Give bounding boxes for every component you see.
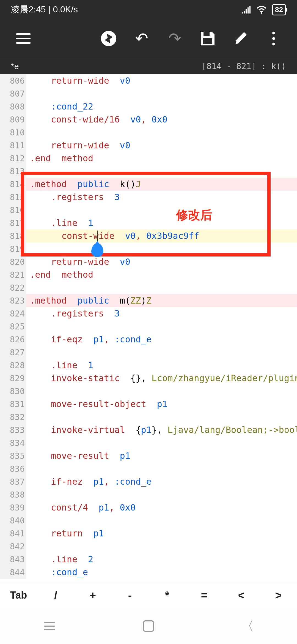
code-line[interactable]: const/4 p1, 0x0 <box>26 501 297 514</box>
code-line[interactable] <box>26 436 297 449</box>
line-number: 822 <box>0 281 25 294</box>
line-number: 826 <box>0 333 25 346</box>
undo-icon: ↶ <box>135 31 148 46</box>
code-line[interactable]: return-wide v0 <box>26 139 297 152</box>
code-line[interactable]: return-wide v0 <box>26 74 297 87</box>
back-icon: 〈 <box>241 617 254 635</box>
toolbar: ↶ ↷ <box>0 19 297 58</box>
line-number: 844 <box>0 566 25 579</box>
code-line[interactable] <box>26 514 297 527</box>
line-number: 828 <box>0 359 25 372</box>
nav-back-button[interactable]: 〈 <box>239 618 256 634</box>
code-line[interactable] <box>26 281 297 294</box>
code-line[interactable]: if-nez p1, :cond_e <box>26 475 297 488</box>
code-line[interactable]: .line 1 <box>26 359 297 372</box>
code-editor[interactable]: 8068078088098108118128138148158168178188… <box>0 74 297 589</box>
line-number: 812 <box>0 152 25 165</box>
status-bar: 凌晨2:45 | 0.0K/s 82 <box>0 0 297 19</box>
line-number: 838 <box>0 488 25 501</box>
code-line[interactable]: move-result p1 <box>26 449 297 462</box>
code-line[interactable] <box>26 488 297 501</box>
line-number: 811 <box>0 139 25 152</box>
line-number: 837 <box>0 475 25 488</box>
code-line[interactable]: .end method <box>26 268 297 281</box>
code-line[interactable]: .line 1 <box>26 217 297 230</box>
recent-icon <box>44 622 55 630</box>
line-number: 813 <box>0 165 25 178</box>
redo-button[interactable]: ↷ <box>160 23 190 54</box>
code-line[interactable] <box>26 462 297 475</box>
code-line[interactable] <box>26 411 297 424</box>
key-minus[interactable]: - <box>111 589 148 602</box>
battery-icon: 82 <box>272 4 286 15</box>
code-line[interactable] <box>26 165 297 178</box>
code-area[interactable]: return-wide v0 :cond_22 const-wide/16 v0… <box>26 74 297 579</box>
code-line[interactable]: :cond_e <box>26 566 297 579</box>
code-line[interactable] <box>26 346 297 359</box>
code-line[interactable]: invoke-static {}, Lcom/zhangyue/iReader/… <box>26 372 297 385</box>
key-plus[interactable]: + <box>74 589 111 602</box>
key-equals[interactable]: = <box>186 589 223 602</box>
more-icon <box>272 32 275 45</box>
key-slash[interactable]: / <box>37 589 74 602</box>
battery-level: 82 <box>272 4 286 15</box>
code-line[interactable]: invoke-virtual {p1}, Ljava/lang/Boolean;… <box>26 424 297 436</box>
code-line[interactable]: .end method <box>26 152 297 165</box>
code-line[interactable]: .method public m(ZZ)Z <box>26 294 297 307</box>
code-line[interactable] <box>26 320 297 333</box>
code-line[interactable]: const-wide v0, 0x3b9ac9ff <box>26 230 297 242</box>
line-number: 839 <box>0 501 25 514</box>
code-line[interactable]: return-wide v0 <box>26 255 297 268</box>
key-gt[interactable]: > <box>260 589 297 602</box>
line-number: 841 <box>0 527 25 540</box>
code-line[interactable] <box>26 242 297 255</box>
nav-recent-button[interactable] <box>41 618 58 634</box>
file-name-label: *e <box>11 62 19 71</box>
home-icon <box>143 620 154 632</box>
code-line[interactable]: move-result-object p1 <box>26 398 297 411</box>
navigate-button[interactable] <box>94 23 124 54</box>
line-number: 809 <box>0 113 25 126</box>
key-tab[interactable]: Tab <box>0 590 37 601</box>
nav-home-button[interactable] <box>140 618 157 634</box>
line-number: 825 <box>0 320 25 333</box>
line-number: 840 <box>0 514 25 527</box>
line-number: 836 <box>0 462 25 475</box>
code-line[interactable]: return p1 <box>26 527 297 540</box>
code-line[interactable] <box>26 126 297 139</box>
menu-button[interactable] <box>8 23 38 54</box>
save-button[interactable] <box>193 23 223 54</box>
edit-button[interactable] <box>226 23 256 54</box>
code-line[interactable]: if-eqz p1, :cond_e <box>26 333 297 346</box>
line-number: 810 <box>0 126 25 139</box>
line-number-gutter: 8068078088098108118128138148158168178188… <box>0 74 26 579</box>
save-icon <box>201 32 215 45</box>
code-line[interactable] <box>26 385 297 398</box>
compass-icon <box>101 31 116 46</box>
line-number: 817 <box>0 217 25 230</box>
more-button[interactable] <box>258 23 289 54</box>
code-line[interactable] <box>26 204 297 217</box>
code-line[interactable]: .registers 3 <box>26 307 297 320</box>
undo-button[interactable]: ↶ <box>127 23 157 54</box>
key-lt[interactable]: < <box>223 589 260 602</box>
code-line[interactable]: .method public k()J <box>26 178 297 191</box>
code-line[interactable]: :cond_22 <box>26 100 297 113</box>
redo-icon: ↷ <box>168 31 181 46</box>
selection-info: [814 - 821] : k() <box>202 61 286 71</box>
code-line[interactable] <box>26 87 297 100</box>
code-line[interactable]: .line 2 <box>26 553 297 566</box>
status-time: 凌晨2:45 | 0.0K/s <box>11 4 78 16</box>
line-number: 806 <box>0 74 25 87</box>
line-number: 814 <box>0 178 25 191</box>
line-number: 815 <box>0 191 25 204</box>
svg-point-0 <box>261 12 262 14</box>
line-number: 819 <box>0 242 25 255</box>
code-line[interactable]: .registers 3 <box>26 191 297 204</box>
line-number: 808 <box>0 100 25 113</box>
line-number: 827 <box>0 346 25 359</box>
line-number: 821 <box>0 268 25 281</box>
code-line[interactable] <box>26 540 297 553</box>
code-line[interactable]: const-wide/16 v0, 0x0 <box>26 113 297 126</box>
key-star[interactable]: * <box>148 589 186 602</box>
